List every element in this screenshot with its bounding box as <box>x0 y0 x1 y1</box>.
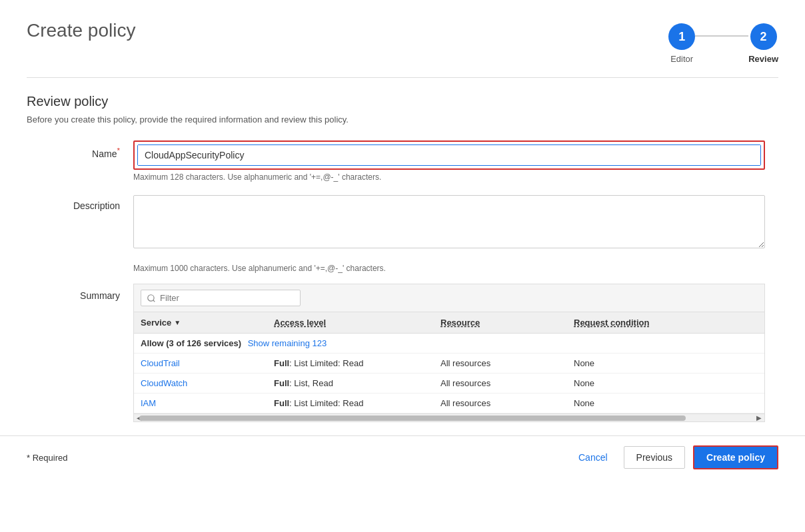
description-row: Description <box>40 195 765 250</box>
cloudtrail-link[interactable]: CloudTrail <box>141 358 180 368</box>
summary-box: Service ▼ Access level Resource Request … <box>133 284 765 422</box>
row-1-access-level: Full: List Limited: Read <box>274 358 440 368</box>
row-3-request-condition: None <box>574 398 758 408</box>
row-2-access-level: Full: List, Read <box>274 378 440 388</box>
table-row: CloudTrail Full: List Limited: Read All … <box>134 354 764 374</box>
sort-arrow-icon: ▼ <box>174 319 181 326</box>
name-row: Name* Maximum 128 characters. Use alphan… <box>40 140 765 182</box>
previous-button[interactable]: Previous <box>624 446 685 469</box>
filter-input-wrap[interactable] <box>141 290 301 306</box>
step-1-circle: 1 <box>668 23 695 50</box>
review-section-title: Review policy <box>27 94 778 109</box>
page-title: Create policy <box>27 20 135 41</box>
description-field <box>133 195 765 250</box>
step-2-label: Review <box>748 54 778 64</box>
row-3-resource: All resources <box>440 398 574 408</box>
required-note: * Required <box>27 453 67 463</box>
filter-input[interactable] <box>160 293 295 303</box>
review-subtitle: Before you create this policy, provide t… <box>27 115 778 125</box>
show-remaining-link[interactable]: Show remaining 123 <box>248 338 327 348</box>
step-1-label: Editor <box>670 54 693 64</box>
table-group-header: Allow (3 of 126 services) Show remaining… <box>134 334 764 354</box>
footer-buttons: Cancel Previous Create policy <box>570 445 778 469</box>
name-label: Name* <box>40 140 133 159</box>
table-row: CloudWatch Full: List, Read All resource… <box>134 374 764 394</box>
row-3-access-level: Full: List Limited: Read <box>274 398 440 408</box>
summary-label: Summary <box>40 284 133 301</box>
row-2-request-condition: None <box>574 378 758 388</box>
svg-point-0 <box>148 294 154 300</box>
description-hint: Maximum 1000 characters. Use alphanumeri… <box>120 264 778 273</box>
name-input-wrapper <box>137 144 761 166</box>
summary-row: Summary Service ▼ Access level Resource <box>27 284 778 422</box>
cancel-button[interactable]: Cancel <box>570 447 616 468</box>
name-input[interactable] <box>138 145 760 165</box>
row-1-resource: All resources <box>440 358 574 368</box>
th-request-condition: Request condition <box>574 318 758 328</box>
th-service: Service ▼ <box>141 318 274 328</box>
iam-link[interactable]: IAM <box>141 398 156 408</box>
name-outer-box <box>133 140 765 170</box>
step-2-circle: 2 <box>750 23 777 50</box>
table-header: Service ▼ Access level Resource Request … <box>134 312 764 334</box>
scroll-right-arrow-icon: ▶ <box>756 414 762 421</box>
name-field: Maximum 128 characters. Use alphanumeric… <box>133 140 765 182</box>
header-divider <box>27 77 778 78</box>
th-access-level: Access level <box>274 318 440 328</box>
description-label: Description <box>40 195 133 211</box>
cloudwatch-link[interactable]: CloudWatch <box>141 378 187 388</box>
description-textarea[interactable] <box>133 195 765 248</box>
footer: * Required Cancel Previous Create policy <box>0 435 805 479</box>
step-2: 2 Review <box>748 23 778 64</box>
name-hint: Maximum 128 characters. Use alphanumeric… <box>133 172 765 182</box>
th-resource: Resource <box>440 318 574 328</box>
svg-line-1 <box>153 300 155 302</box>
horizontal-scrollbar[interactable]: ◀ ▶ <box>134 413 764 421</box>
stepper: 1 Editor 2 Review <box>668 23 778 64</box>
group-label: Allow (3 of 126 services) Show remaining… <box>141 338 758 348</box>
row-2-service: CloudWatch <box>141 378 274 388</box>
row-3-service: IAM <box>141 398 274 408</box>
table-row: IAM Full: List Limited: Read All resourc… <box>134 394 764 413</box>
scroll-thumb[interactable] <box>139 415 686 421</box>
step-1: 1 Editor <box>668 23 695 64</box>
row-1-request-condition: None <box>574 358 758 368</box>
step-connector <box>695 35 748 37</box>
row-2-resource: All resources <box>440 378 574 388</box>
create-policy-button[interactable]: Create policy <box>693 445 778 469</box>
search-icon <box>147 294 156 303</box>
row-1-service: CloudTrail <box>141 358 274 368</box>
filter-bar <box>134 284 764 312</box>
